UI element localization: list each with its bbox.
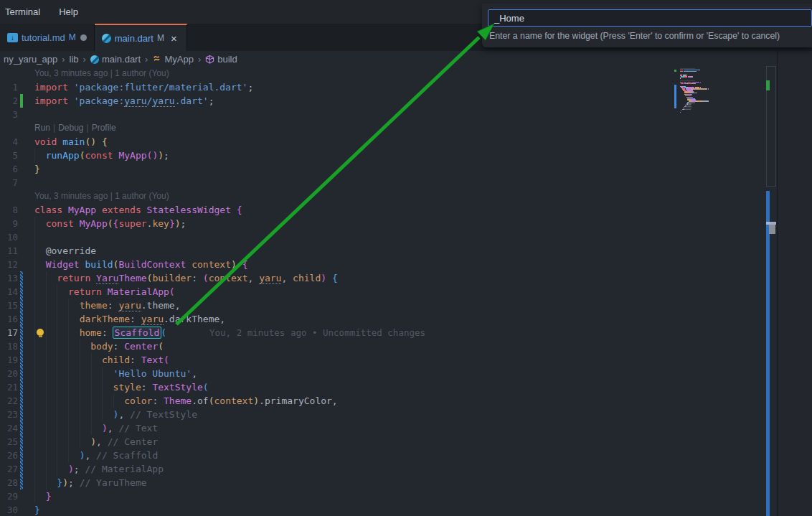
- close-tab-icon[interactable]: ×: [169, 32, 179, 44]
- line-number: 14: [0, 285, 18, 299]
- gutter-modified-marker[interactable]: [20, 312, 23, 326]
- line-content: }: [34, 503, 40, 516]
- line-number: 30: [0, 503, 18, 516]
- gutter-modified-marker[interactable]: [20, 449, 23, 462]
- code-line-10[interactable]: 10: [0, 230, 812, 244]
- code-line-5[interactable]: 5 runApp(const MyApp());: [0, 149, 812, 162]
- line-number: 11: [0, 244, 18, 258]
- gutter-modified-marker[interactable]: [20, 462, 23, 476]
- overview-ruler-added-marker: [766, 80, 770, 90]
- breadcrumb-label: lib: [70, 54, 79, 65]
- line-number: 7: [0, 176, 18, 189]
- line-content: runApp(const MyApp());: [34, 149, 169, 162]
- lightbulb-icon[interactable]: [37, 329, 44, 336]
- code-line-8[interactable]: 8class MyApp extends StatelessWidget {: [0, 203, 812, 217]
- git-blame-annotation: You, 3 minutes ago | 1 author (You): [0, 189, 812, 203]
- code-line-9[interactable]: 9 const MyApp({super.key});: [0, 217, 812, 230]
- line-content: ); // MaterialApp: [34, 462, 164, 476]
- line-number: 2: [0, 94, 18, 108]
- gutter-modified-marker[interactable]: [20, 326, 23, 339]
- rename-input[interactable]: [488, 9, 812, 27]
- dart-symbol-icon: [90, 55, 99, 64]
- code-line-21[interactable]: 21 style: TextStyle(: [0, 380, 812, 394]
- line-number: 3: [0, 108, 18, 121]
- gutter-modified-marker[interactable]: [20, 421, 23, 435]
- gutter-modified-marker[interactable]: [20, 367, 23, 380]
- code-line-20[interactable]: 20 'Hello Ubuntu',: [0, 367, 812, 380]
- code-line-24[interactable]: 24 ), // Text: [0, 421, 812, 435]
- code-line-30[interactable]: 30}: [0, 503, 812, 516]
- line-number: 13: [0, 271, 18, 285]
- code-line-23[interactable]: 23 ), // TextStyle: [0, 408, 812, 421]
- code-line-18[interactable]: 18 body: Center(: [0, 339, 812, 353]
- line-number: 1: [0, 80, 18, 94]
- scrollbar-handle[interactable]: [769, 225, 775, 234]
- gutter-modified-marker[interactable]: [20, 394, 23, 408]
- dart-file-icon: [102, 34, 111, 43]
- code-line-7[interactable]: 7: [0, 176, 812, 189]
- code-line-11[interactable]: 11 @override: [0, 244, 812, 258]
- gutter-modified-marker[interactable]: [20, 353, 23, 367]
- code-line-12[interactable]: 12 Widget build(BuildContext context) {: [0, 258, 812, 271]
- breadcrumb-item-MyApp[interactable]: MyApp: [151, 54, 194, 65]
- minimap-modified-marker: [674, 85, 676, 108]
- gutter-modified-marker[interactable]: [20, 476, 23, 489]
- editor-right-margin: [778, 51, 812, 516]
- code-line-22[interactable]: 22 color: Theme.of(context).primaryColor…: [0, 394, 812, 408]
- line-content: theme: yaru.theme,: [34, 299, 181, 312]
- line-content: ), // TextStyle: [34, 408, 197, 421]
- code-line-26[interactable]: 26 ), // Scaffold: [0, 449, 812, 462]
- code-line-27[interactable]: 27 ); // MaterialApp: [0, 462, 812, 476]
- menu-item-terminal[interactable]: Terminal: [1, 4, 44, 19]
- gutter-modified-marker[interactable]: [20, 285, 23, 299]
- line-number: 28: [0, 476, 18, 489]
- breadcrumb-item-lib[interactable]: lib: [68, 54, 80, 65]
- breadcrumb-label: main.dart: [102, 54, 141, 65]
- git-modified-badge: M: [157, 33, 164, 43]
- code-line-14[interactable]: 14 return MaterialApp(: [0, 285, 812, 299]
- unsaved-dot-icon[interactable]: [80, 34, 87, 41]
- breadcrumb-item-build[interactable]: build: [204, 54, 238, 65]
- gutter-modified-marker[interactable]: [20, 339, 23, 353]
- code-line-25[interactable]: 25 ), // Center: [0, 435, 812, 449]
- code-line-16[interactable]: 16 darkTheme: yaru.darkTheme,: [0, 312, 812, 326]
- line-number: 26: [0, 449, 18, 462]
- tab-label: tutorial.md: [22, 32, 65, 43]
- codelens-link-debug[interactable]: Debug: [58, 123, 83, 133]
- code-line-29[interactable]: 29 }: [0, 489, 812, 503]
- line-number: 15: [0, 299, 18, 312]
- line-content: style: TextStyle(: [34, 380, 209, 394]
- menu-item-help[interactable]: Help: [55, 4, 82, 19]
- code-line-13[interactable]: 13 return YaruTheme(builder: (context, y…: [0, 271, 812, 285]
- gutter-modified-marker[interactable]: [20, 271, 23, 285]
- line-number: 16: [0, 312, 18, 326]
- tab-tutorial-md[interactable]: ↓ tutorial.md M: [0, 24, 95, 51]
- code-line-17[interactable]: 17 home: Scaffold(You, 2 minutes ago • U…: [0, 326, 812, 339]
- minimap-line: [680, 112, 760, 113]
- code-editor[interactable]: You, 3 minutes ago | 1 author (You)1impo…: [0, 67, 812, 516]
- code-line-15[interactable]: 15 theme: yaru.theme,: [0, 299, 812, 312]
- line-content: ), // Scaffold: [34, 449, 158, 462]
- gutter-modified-marker[interactable]: [20, 299, 23, 312]
- gutter-added-marker[interactable]: [20, 94, 23, 108]
- breadcrumb-item-main.dart[interactable]: main.dart: [89, 54, 142, 65]
- code-line-6[interactable]: 6}: [0, 162, 812, 176]
- gutter-modified-marker[interactable]: [20, 380, 23, 394]
- line-content: home: Scaffold(: [34, 326, 166, 339]
- breadcrumb-label: build: [217, 54, 237, 65]
- code-line-4[interactable]: 4void main() {: [0, 135, 812, 149]
- codelens-link-run[interactable]: Run: [34, 123, 50, 133]
- gutter-modified-marker[interactable]: [20, 435, 23, 449]
- code-line-19[interactable]: 19 child: Text(: [0, 353, 812, 367]
- line-number: 8: [0, 203, 18, 217]
- gutter-modified-marker[interactable]: [20, 408, 23, 421]
- tab-main-dart[interactable]: main.dart M ×: [95, 24, 187, 51]
- line-content: class MyApp extends StatelessWidget {: [34, 203, 242, 217]
- rename-widget-popup: Enter a name for the widget (Press 'Ente…: [482, 4, 812, 47]
- indent-guide: [34, 230, 35, 244]
- breadcrumb-item-ny_yaru_app[interactable]: ny_yaru_app: [2, 54, 59, 65]
- code-line-28[interactable]: 28 }); // YaruTheme: [0, 476, 812, 489]
- line-content: return YaruTheme(builder: (context, yaru…: [34, 271, 338, 285]
- codelens-link-profile[interactable]: Profile: [92, 123, 116, 133]
- minimap[interactable]: [680, 68, 760, 113]
